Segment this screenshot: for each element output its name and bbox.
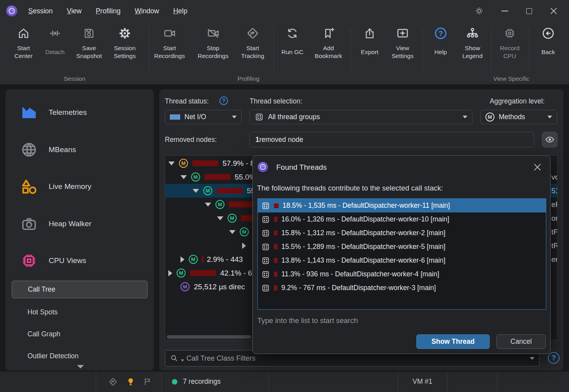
menubar: Session View Profiling Window Help: [28, 0, 187, 22]
save-snapshot-button[interactable]: Save Snapshot: [71, 26, 107, 74]
thread-list-item[interactable]: 15.8% - 1,312 ms - DefaultDispatcher-wor…: [258, 226, 546, 240]
minimize-icon[interactable]: [502, 11, 508, 11]
collapsed-icon[interactable]: [168, 270, 172, 276]
help-button[interactable]: ? Help: [431, 26, 450, 74]
statusbar-divider: [161, 372, 162, 392]
expand-icon[interactable]: [181, 175, 187, 179]
thread-selection-dropdown[interactable]: All thread groups: [250, 110, 472, 124]
aggregation-level-dropdown[interactable]: Methods: [480, 110, 557, 124]
sidebar-item-cpu-views[interactable]: CPU Views: [5, 249, 154, 272]
thread-list-item[interactable]: 13.8% - 1,143 ms - DefaultDispatcher-wor…: [258, 254, 546, 267]
caret-down-icon[interactable]: [530, 357, 534, 360]
sidebar-subitem-hot-spots[interactable]: Hot Spots: [27, 308, 58, 316]
thread-status-square: [274, 272, 277, 277]
search-options-caret-icon[interactable]: [181, 359, 184, 361]
start-tracking-button[interactable]: Start Tracking: [236, 26, 269, 74]
thread-group-icon: [261, 284, 270, 292]
view-help-icon[interactable]: ?: [548, 352, 560, 364]
record-cpu-button[interactable]: Record CPU: [494, 26, 525, 74]
maximize-icon[interactable]: [526, 8, 532, 14]
removed-nodes-field[interactable]: 1 removed node: [250, 132, 534, 147]
expand-icon[interactable]: [229, 230, 235, 234]
time-bar: [190, 270, 216, 276]
theme-sun-icon[interactable]: [475, 7, 483, 15]
chevron-down-icon[interactable]: [77, 365, 84, 368]
menu-window[interactable]: Window: [135, 7, 159, 15]
sidebar-item-telemetries[interactable]: Telemetries: [5, 101, 154, 124]
sidebar-item-live-memory[interactable]: Live Memory: [5, 175, 154, 198]
expand-icon[interactable]: [217, 216, 223, 220]
thread-list-item[interactable]: 9.2% - 767 ms - DefaultDispatcher-worker…: [258, 281, 546, 295]
detach-plug-icon: [49, 26, 61, 41]
collapsed-icon[interactable]: [242, 243, 246, 249]
thread-status-square: [274, 244, 277, 249]
method-circle-icon: [191, 172, 200, 181]
sidebar-subitem-call-tree[interactable]: Call Tree: [12, 281, 148, 298]
clipped-text: vol: [551, 170, 558, 184]
tracking-status-icon[interactable]: [108, 377, 118, 387]
horizontal-scrollbar[interactable]: [167, 335, 252, 339]
thread-list-item[interactable]: 15.5% - 1,289 ms - DefaultDispatcher-wor…: [258, 240, 546, 254]
thread-status-square: [274, 230, 277, 236]
thread-list-item-selected[interactable]: 18.5% - 1,535 ms - DefaultDispatcher-wor…: [258, 199, 546, 212]
jprofiler-window: { "titlebar": { "menu": [ {"label": "Ses…: [0, 0, 569, 392]
time-bar: [217, 188, 243, 194]
sidebar-item-mbeans[interactable]: MBeans: [5, 138, 154, 161]
tracking-diamond-icon: [246, 26, 259, 41]
menu-profiling[interactable]: Profiling: [96, 7, 120, 15]
sidebar-subitem-call-graph[interactable]: Call Graph: [27, 330, 60, 338]
detach-button[interactable]: Detach: [41, 26, 69, 74]
search-icon[interactable]: [170, 354, 179, 363]
show-thread-button[interactable]: Show Thread: [416, 334, 490, 349]
thread-status-dropdown[interactable]: Net I/O: [165, 110, 242, 124]
stop-recordings-button[interactable]: Stop Recordings: [193, 26, 233, 74]
menu-help[interactable]: Help: [173, 7, 187, 15]
thread-list-item[interactable]: 11.3% - 936 ms - DefaultDispatcher-worke…: [258, 267, 546, 281]
thread-status-square: [274, 258, 277, 263]
show-removed-nodes-button[interactable]: [542, 132, 558, 147]
add-bookmark-button[interactable]: Add Bookmark: [311, 26, 346, 74]
thread-group-icon: [261, 201, 270, 210]
back-button[interactable]: Back: [536, 26, 560, 74]
start-recordings-button[interactable]: Start Recordings: [150, 26, 189, 74]
removed-nodes-label: Removed nodes:: [165, 136, 217, 144]
thread-status-label: Thread status:: [165, 97, 209, 105]
menu-view[interactable]: View: [67, 7, 82, 15]
sidebar-subitem-outlier-detection[interactable]: Outlier Detection: [27, 352, 78, 360]
method-circle-icon: [203, 186, 212, 195]
session-settings-button[interactable]: Session Settings: [107, 26, 143, 74]
dialog-title: Found Threads: [276, 163, 327, 172]
video-camera-off-icon: [206, 26, 220, 41]
caret-down-icon: [547, 116, 552, 118]
window-controls: [475, 0, 569, 22]
export-button[interactable]: Export: [357, 26, 382, 74]
dialog-subtitle: The following threads contribute to the …: [257, 184, 443, 192]
toolbar-divider: [274, 27, 274, 71]
run-gc-button[interactable]: Run GC: [280, 26, 305, 74]
help-question-icon: ?: [434, 26, 447, 41]
expand-icon[interactable]: [205, 203, 211, 207]
cancel-button[interactable]: Cancel: [496, 334, 546, 349]
menu-session[interactable]: Session: [28, 7, 53, 15]
expand-icon[interactable]: [193, 189, 199, 193]
view-settings-button[interactable]: View Settings: [386, 26, 419, 74]
class-filter-input[interactable]: [186, 354, 527, 363]
cpu-chip-icon: [503, 26, 516, 41]
sidebar-item-heap-walker[interactable]: Heap Walker: [5, 212, 154, 235]
video-camera-icon: [163, 26, 176, 41]
time-bar: [192, 160, 218, 166]
save-floppy-icon: [83, 26, 95, 41]
start-center-button[interactable]: Start Center: [9, 26, 38, 74]
collapsed-icon[interactable]: [181, 256, 184, 263]
time-bar: [229, 201, 255, 207]
lightbulb-icon[interactable]: [126, 377, 135, 387]
expand-icon[interactable]: [168, 162, 175, 165]
thread-list-item[interactable]: 16.0% - 1,326 ms - DefaultDispatcher-wor…: [258, 212, 546, 226]
close-icon[interactable]: [550, 7, 557, 15]
flag-icon[interactable]: [143, 377, 152, 387]
close-icon[interactable]: [533, 163, 542, 171]
toolbar-group-view-specific: View Specific: [493, 75, 529, 82]
toolbar-divider: [149, 27, 150, 71]
thread-status-help-icon[interactable]: ?: [219, 96, 228, 105]
show-legend-button[interactable]: Show Legend: [458, 26, 487, 74]
